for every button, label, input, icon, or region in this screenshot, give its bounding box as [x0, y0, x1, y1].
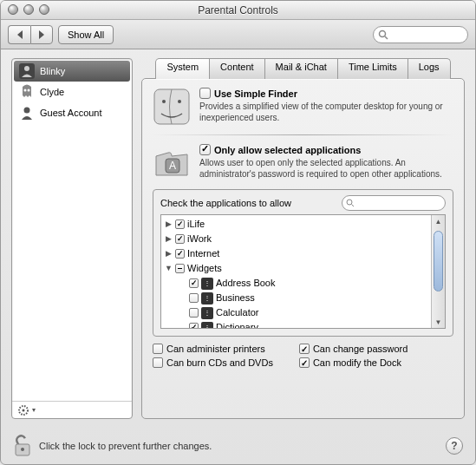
- applications-icon: A: [153, 144, 191, 182]
- app-group-internet[interactable]: ▶Internet: [161, 246, 431, 261]
- parental-controls-window: Parental Controls Show All Blinky: [0, 0, 476, 465]
- back-icon: [16, 30, 23, 39]
- user-name: Guest Account: [40, 108, 102, 118]
- lock-icon[interactable]: [13, 435, 32, 457]
- action-menu-button[interactable]: [17, 404, 29, 416]
- apps-list: ▶iLife ▶iWork ▶Internet ▼Widgets ⋮Addres…: [160, 214, 446, 329]
- permissions-checkboxes: Can administer printers Can burn CDs and…: [153, 344, 453, 368]
- svg-line-15: [352, 205, 355, 207]
- disclosure-triangle-icon[interactable]: ▶: [165, 218, 173, 231]
- app-label: Address Book: [216, 277, 275, 290]
- scroll-up-icon[interactable]: ▲: [432, 215, 445, 227]
- svg-line-1: [385, 36, 388, 39]
- search-field[interactable]: [373, 26, 468, 43]
- scrollbar[interactable]: ▲ ▼: [431, 215, 445, 328]
- only-apps-desc: Allows user to open only the selected ap…: [199, 157, 453, 180]
- finder-icon: [153, 88, 191, 126]
- widget-icon: ⋮: [201, 322, 213, 330]
- disclosure-triangle-icon[interactable]: ▼: [165, 262, 173, 275]
- widget-icon: ⋮: [201, 307, 213, 319]
- tab-mail-ichat[interactable]: Mail & iChat: [264, 58, 338, 79]
- toolbar: Show All: [1, 20, 475, 49]
- app-label: Business: [216, 291, 255, 305]
- group-checkbox[interactable]: [175, 234, 185, 244]
- app-checkbox[interactable]: [189, 278, 199, 288]
- user-name: Clyde: [40, 87, 64, 97]
- minimize-button[interactable]: [23, 4, 34, 15]
- back-button[interactable]: [8, 25, 30, 44]
- app-item-dictionary[interactable]: ⋮Dictionary: [161, 320, 431, 329]
- only-apps-checkbox[interactable]: [199, 144, 211, 155]
- tab-content[interactable]: Content: [209, 58, 265, 79]
- disclosure-triangle-icon[interactable]: ▶: [165, 232, 173, 246]
- apps-header-label: Check the applications to allow: [160, 198, 291, 208]
- system-panel: Use Simple Finder Provides a simplified …: [141, 78, 465, 419]
- search-icon: [378, 29, 388, 40]
- gear-icon: [17, 404, 29, 416]
- svg-point-0: [380, 30, 386, 36]
- group-label: Internet: [187, 247, 219, 260]
- app-checkbox[interactable]: [189, 293, 199, 303]
- tab-logs[interactable]: Logs: [408, 58, 451, 79]
- tab-time-limits[interactable]: Time Limits: [337, 58, 408, 79]
- simple-finder-row: Use Simple Finder Provides a simplified …: [153, 88, 453, 126]
- user-row-guest[interactable]: Guest Account: [14, 102, 130, 123]
- tab-system[interactable]: System: [155, 58, 210, 79]
- app-label: Dictionary: [216, 321, 258, 329]
- app-checkbox[interactable]: [189, 323, 199, 329]
- app-group-iwork[interactable]: ▶iWork: [161, 232, 431, 246]
- svg-rect-9: [154, 89, 189, 124]
- group-checkbox[interactable]: [175, 249, 185, 259]
- user-row-clyde[interactable]: Clyde: [14, 82, 130, 102]
- only-apps-row: A Only allow selected applications Allow…: [153, 144, 453, 182]
- user-list: Blinky Clyde Guest Account: [12, 59, 132, 401]
- user-row-blinky[interactable]: Blinky: [14, 61, 130, 82]
- help-button[interactable]: ?: [446, 437, 463, 455]
- tab-bar: System Content Mail & iChat Time Limits …: [141, 58, 465, 79]
- app-group-widgets[interactable]: ▼Widgets: [161, 261, 431, 276]
- user-icon: [19, 63, 35, 79]
- footer: Click the lock to prevent further change…: [1, 428, 475, 464]
- divider: [153, 134, 453, 135]
- app-label: Calculator: [216, 306, 259, 319]
- zoom-button[interactable]: [39, 4, 49, 15]
- svg-point-17: [21, 448, 24, 451]
- group-label: iWork: [187, 232, 212, 246]
- svg-text:A: A: [169, 160, 176, 172]
- change-password-label: Can change password: [313, 344, 408, 354]
- user-name: Blinky: [40, 66, 65, 76]
- user-icon: [19, 84, 35, 100]
- svg-point-10: [162, 100, 166, 103]
- forward-button[interactable]: [30, 25, 53, 44]
- admin-printers-checkbox[interactable]: [153, 344, 163, 354]
- app-checkbox[interactable]: [189, 308, 199, 318]
- svg-point-5: [28, 89, 30, 92]
- disclosure-triangle-icon[interactable]: ▶: [165, 247, 173, 260]
- simple-finder-desc: Provides a simplified view of the comput…: [199, 101, 453, 123]
- group-checkbox[interactable]: [175, 219, 185, 229]
- app-group-ilife[interactable]: ▶iLife: [161, 217, 431, 232]
- show-all-button[interactable]: Show All: [58, 25, 114, 44]
- svg-point-6: [24, 108, 30, 114]
- svg-point-3: [24, 66, 29, 71]
- widget-icon: ⋮: [201, 278, 213, 290]
- burn-cds-checkbox[interactable]: [153, 357, 163, 368]
- modify-dock-checkbox[interactable]: [299, 357, 310, 368]
- app-item-address-book[interactable]: ⋮Address Book: [161, 276, 431, 291]
- group-checkbox[interactable]: [175, 264, 185, 273]
- app-item-business[interactable]: ⋮Business: [161, 291, 431, 305]
- simple-finder-checkbox[interactable]: [199, 88, 211, 99]
- modify-dock-label: Can modify the Dock: [313, 357, 401, 368]
- close-button[interactable]: [8, 4, 18, 15]
- scroll-down-icon[interactable]: ▼: [432, 316, 445, 328]
- group-label: Widgets: [187, 262, 222, 275]
- user-sidebar: Blinky Clyde Guest Account ▾: [11, 58, 133, 419]
- scroll-thumb[interactable]: [434, 231, 443, 291]
- apps-allow-box: Check the applications to allow ▶iLife ▶…: [153, 189, 453, 337]
- change-password-checkbox[interactable]: [299, 344, 310, 354]
- app-item-calculator[interactable]: ⋮Calculator: [161, 305, 431, 320]
- burn-cds-label: Can burn CDs and DVDs: [166, 357, 273, 368]
- svg-point-4: [24, 89, 27, 92]
- apps-search-field[interactable]: [342, 195, 446, 211]
- admin-printers-label: Can administer printers: [166, 344, 265, 354]
